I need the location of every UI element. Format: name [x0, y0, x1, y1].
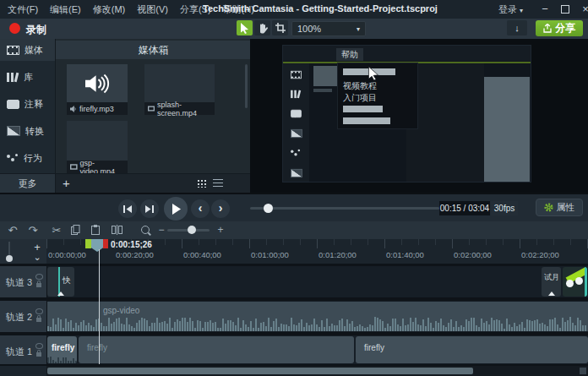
video-content-sidebar — [283, 63, 309, 182]
list-view-button[interactable] — [213, 179, 223, 188]
caret-down-icon: ▾ — [357, 25, 360, 33]
menu-item-video-tutorials: 视频教程 — [343, 80, 377, 92]
record-button[interactable]: 录制 — [26, 23, 46, 37]
previous-clip-button[interactable]: ‹ — [191, 199, 210, 218]
ruler-label: 0:00:00;00 — [48, 250, 86, 259]
copy-icon — [71, 225, 80, 235]
track-1-lane[interactable]: firefly firefly firefly — [47, 335, 588, 364]
cut-button[interactable]: ✂ — [49, 223, 64, 237]
track-name: 轨道 2 — [6, 311, 32, 324]
media-item-gsp-video[interactable] — [67, 121, 128, 163]
properties-button[interactable]: 属性 — [536, 199, 583, 216]
redo-button[interactable]: ↷ — [25, 223, 41, 237]
video-content-thumbnail-bar — [313, 89, 332, 92]
media-bin-scrollbar[interactable] — [245, 64, 248, 108]
scrollbar-handle[interactable] — [47, 368, 473, 374]
track-name: 轨道 1 — [6, 346, 32, 358]
track-2-lane[interactable]: gsp-video — [47, 301, 588, 332]
play-button[interactable] — [164, 197, 188, 221]
split-button[interactable] — [112, 225, 127, 239]
menu-file[interactable]: 文件(F) — [8, 3, 38, 16]
next-clip-button[interactable]: › — [211, 199, 230, 218]
track-2-row: gsp-video 轨道 2 — [0, 301, 588, 332]
download-button[interactable]: ↓ — [507, 20, 527, 35]
library-icon — [291, 90, 301, 98]
clip-label: firefly — [52, 343, 74, 352]
track-lock-icon[interactable] — [36, 283, 41, 287]
expand-icon[interactable] — [548, 292, 555, 296]
timeline-zoom-slider[interactable] — [167, 229, 210, 232]
sidebar-item-behaviors[interactable]: 行为 — [0, 147, 55, 169]
track-visibility-icon[interactable] — [35, 343, 43, 349]
playhead-out-marker[interactable] — [103, 239, 108, 248]
zoom-level-dropdown[interactable]: 100% ▾ — [291, 21, 366, 36]
track-height-knob[interactable] — [6, 255, 13, 262]
copy-button[interactable] — [71, 225, 86, 239]
tools-sidebar: 媒体 库 注释 转换 行为 更多 — [0, 39, 55, 193]
cursor-tool-button[interactable] — [237, 20, 253, 35]
login-menu[interactable]: 登录 ▾ — [498, 3, 523, 16]
minimize-button[interactable]: − — [534, 0, 556, 19]
track-lock-icon[interactable] — [36, 318, 41, 322]
step-back-button[interactable] — [118, 199, 137, 218]
scrub-slider-knob[interactable] — [264, 204, 273, 213]
timeline-zoom-in-button[interactable]: + — [213, 223, 228, 237]
timeline-tracks: 快 试月 轨道 3 — [0, 264, 588, 366]
track-lock-icon[interactable] — [36, 352, 41, 357]
step-back-icon — [123, 205, 132, 213]
media-item-firefly[interactable] — [67, 64, 128, 102]
track-3-lane[interactable]: 快 试月 — [47, 266, 588, 297]
track-1-header[interactable]: 轨道 1 — [0, 335, 46, 364]
playhead-in-marker[interactable] — [85, 239, 91, 248]
track-visibility-icon[interactable] — [35, 274, 43, 280]
track-visibility-icon[interactable] — [35, 308, 43, 314]
clip-firefly-3[interactable]: firefly — [356, 336, 588, 363]
sidebar-more-button[interactable]: 更多 — [0, 173, 55, 193]
sidebar-item-media[interactable]: 媒体 — [0, 39, 55, 61]
caret-down-icon: ▾ — [520, 7, 523, 14]
grid-view-button[interactable] — [197, 179, 206, 188]
ruler-label: 0:01:00;00 — [251, 250, 289, 259]
track-2-header[interactable]: 轨道 2 — [0, 301, 46, 332]
menu-edit[interactable]: 编辑(E) — [50, 3, 81, 16]
gear-icon — [544, 203, 553, 212]
crop-tool-button[interactable] — [272, 20, 288, 35]
step-forward-button[interactable] — [140, 199, 159, 218]
play-icon — [172, 204, 181, 215]
preview-canvas[interactable]: 帮助 视频教程 入门项目 — [250, 39, 588, 193]
sidebar-item-library[interactable]: 库 — [0, 66, 55, 88]
timeline-ruler[interactable]: 0:00:00;00 0:00:20;00 0:00:40;00 0:01:00… — [0, 239, 588, 264]
track-3-header[interactable]: 轨道 3 — [0, 266, 46, 297]
collapse-tracks-button[interactable]: ⌄ — [30, 253, 44, 262]
menu-view[interactable]: 视图(V) — [137, 3, 168, 16]
add-track-button[interactable]: + — [30, 242, 44, 252]
clip-firefly-selected[interactable]: firefly — [47, 336, 77, 363]
expand-icon[interactable] — [57, 292, 64, 296]
clip-firefly-2[interactable]: firefly — [79, 336, 354, 363]
sidebar-item-transitions[interactable]: 转换 — [0, 120, 55, 142]
share-button[interactable]: 分享 — [536, 20, 583, 36]
zoom-level-value: 100% — [297, 24, 321, 34]
timeline-zoom-knob[interactable] — [188, 226, 196, 234]
sidebar-item-annotations[interactable]: 注释 — [0, 93, 55, 115]
media-item-splash-screen[interactable] — [144, 64, 215, 102]
playhead-line[interactable] — [99, 249, 100, 364]
add-media-button[interactable]: + — [63, 176, 70, 190]
paste-icon — [91, 225, 100, 235]
clip-end-animation[interactable] — [563, 267, 587, 297]
clip-gsp-video[interactable]: gsp-video — [47, 302, 588, 331]
clip-zoom-animation[interactable]: 快 — [47, 267, 74, 297]
pan-tool-button[interactable] — [254, 20, 270, 35]
scrollbar-end-piece[interactable] — [580, 368, 586, 374]
clip-trial-callout[interactable]: 试月 — [542, 267, 561, 297]
sidebar-item-label: 注释 — [24, 98, 43, 111]
playhead-marker[interactable] — [91, 239, 103, 252]
paste-button[interactable] — [91, 225, 106, 239]
undo-button[interactable]: ↶ — [5, 223, 20, 237]
close-button[interactable]: × — [574, 0, 588, 19]
menu-modify[interactable]: 修改(M) — [93, 3, 126, 16]
time-display: 00:15 / 03:04 — [439, 201, 490, 215]
scrub-slider[interactable] — [250, 207, 439, 210]
redacted-menu-item — [343, 117, 390, 124]
maximize-button[interactable] — [554, 0, 576, 19]
